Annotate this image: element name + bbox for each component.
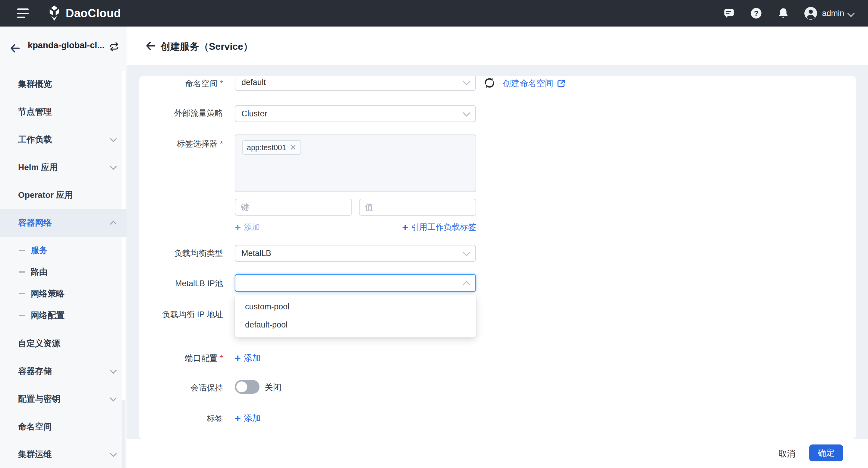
sidebar-item-container-storage[interactable]: 容器存储 (0, 357, 127, 385)
label-selector-box[interactable]: app:test001 ✕ (235, 135, 476, 192)
sidebar-back-icon[interactable] (9, 42, 21, 54)
session-toggle[interactable] (235, 380, 259, 394)
selector-tag-chip: app:test001 ✕ (242, 140, 301, 155)
external-link-icon (556, 79, 566, 88)
chevron-down-icon (110, 136, 117, 142)
sidebar-item-container-network[interactable]: 容器网络 (0, 209, 127, 237)
create-namespace-link[interactable]: 创建命名空间 (503, 78, 566, 89)
selector-actions: +添加 +引用工作负载标签 (235, 221, 476, 234)
top-bar: DaoCloud ? (0, 0, 868, 27)
label-selector-label: 标签选择器* (139, 139, 223, 149)
brand-name: DaoCloud (66, 7, 121, 20)
selector-value-input[interactable] (359, 199, 476, 215)
refresh-namespaces-icon[interactable] (483, 76, 496, 90)
dash-icon (19, 271, 25, 272)
form-footer: 取消 确定 (127, 439, 868, 468)
switch-cluster-icon[interactable] (109, 41, 119, 52)
metallb-pool-dropdown: custom-pool default-pool (235, 295, 476, 338)
sidebar-nav: 集群概览 节点管理 工作负载 Helm 应用 Operator 应用 容器网络 … (0, 70, 127, 468)
app-screen: DaoCloud ? (0, 0, 868, 468)
username: admin (822, 9, 844, 18)
sidebar-item-config-secrets[interactable]: 配置与密钥 (0, 385, 127, 413)
lb-ip-label: 负载均衡 IP 地址 (139, 310, 223, 320)
cancel-button[interactable]: 取消 (770, 445, 804, 462)
chevron-down-icon (110, 450, 117, 457)
chevron-down-icon (110, 395, 117, 402)
namespace-label: 命名空间* (139, 79, 223, 89)
chevron-down-icon (463, 78, 470, 85)
dash-icon (19, 293, 25, 294)
dash-icon (19, 315, 25, 316)
session-state: 关闭 (265, 382, 281, 393)
add-port-button[interactable]: +添加 (235, 352, 261, 364)
session-label: 会话保持 (139, 383, 223, 393)
dropdown-option-custom-pool[interactable]: custom-pool (235, 298, 476, 316)
traffic-policy-label: 外部流量策略 (139, 108, 223, 118)
sidebar-item-namespaces[interactable]: 命名空间 (0, 413, 127, 441)
required-mark: * (220, 79, 223, 88)
metallb-pool-select[interactable] (235, 274, 476, 292)
remove-tag-icon[interactable]: ✕ (290, 144, 297, 151)
lb-type-label: 负载均衡类型 (139, 248, 223, 258)
chevron-down-icon (463, 248, 470, 256)
confirm-button[interactable]: 确定 (809, 444, 843, 461)
page-header: 创建服务（Service） (127, 27, 868, 65)
sidebar: kpanda-global-cl... 集群概览 节点管理 工作负载 Helm … (0, 27, 127, 468)
sidebar-item-custom-resources[interactable]: 自定义资源 (0, 330, 127, 357)
dash-icon (19, 250, 25, 251)
reference-workload-labels-button[interactable]: +引用工作负载标签 (402, 222, 476, 233)
sidebar-item-cluster-overview[interactable]: 集群概览 (0, 70, 127, 98)
sidebar-item-helm-apps[interactable]: Helm 应用 (0, 153, 127, 181)
ports-label: 端口配置* (139, 353, 223, 363)
add-label-button[interactable]: +添加 (235, 412, 261, 424)
topbar-actions: ? admin (722, 6, 868, 20)
form-card: 命名空间* default 创建命名空间 (139, 76, 856, 439)
selector-key-input[interactable] (235, 199, 352, 215)
notifications-bell-icon[interactable] (777, 7, 790, 20)
sidebar-item-operator-apps[interactable]: Operator 应用 (0, 181, 127, 209)
sidebar-item-network-config[interactable]: 网络配置 (0, 304, 127, 326)
message-icon[interactable] (722, 7, 736, 20)
sidebar-item-workloads[interactable]: 工作负载 (0, 126, 127, 153)
cluster-header: kpanda-global-cl... (0, 27, 127, 70)
chevron-down-icon (110, 163, 117, 170)
sidebar-item-node-management[interactable]: 节点管理 (0, 98, 127, 126)
required-mark: * (220, 139, 223, 148)
sidebar-item-routes[interactable]: 路由 (0, 261, 127, 283)
hamburger-menu-icon[interactable] (17, 8, 29, 18)
help-icon[interactable]: ? (749, 7, 763, 20)
cluster-name: kpanda-global-cl... (28, 40, 104, 50)
labels-label: 标签 (139, 413, 223, 424)
svg-text:?: ? (754, 9, 758, 18)
page-title: 创建服务（Service） (161, 40, 253, 53)
namespace-select[interactable]: default (235, 76, 476, 91)
daocloud-logo-icon (46, 5, 63, 22)
chevron-down-icon (847, 10, 855, 17)
page-back-icon[interactable] (145, 40, 157, 52)
traffic-policy-select[interactable]: Cluster (235, 105, 476, 122)
dropdown-option-default-pool[interactable]: default-pool (235, 316, 476, 334)
sidebar-item-cluster-ops[interactable]: 集群运维 (0, 441, 127, 468)
chevron-up-icon (463, 281, 470, 288)
sidebar-item-network-policies[interactable]: 网络策略 (0, 283, 127, 304)
content-area: 命名空间* default 创建命名空间 (127, 65, 868, 439)
chevron-up-icon (110, 221, 117, 228)
chevron-down-icon (110, 367, 117, 374)
metallb-pool-label: MetalLB IP池 (139, 278, 223, 289)
avatar (804, 6, 818, 20)
brand: DaoCloud (46, 5, 121, 22)
chevron-down-icon (463, 109, 470, 116)
sidebar-item-services[interactable]: 服务 (0, 239, 127, 261)
add-selector-button[interactable]: +添加 (235, 222, 260, 233)
user-menu[interactable]: admin (804, 6, 854, 20)
toggle-knob (236, 381, 247, 392)
required-mark: * (220, 354, 223, 363)
lb-type-select[interactable]: MetalLB (235, 245, 476, 262)
